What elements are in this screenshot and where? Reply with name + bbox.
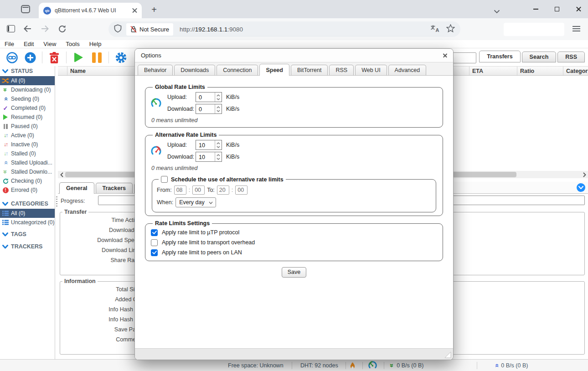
sidebar-item-completed[interactable]: ✓ Completed (0) (0, 103, 55, 113)
new-tab-button[interactable]: + (148, 3, 160, 16)
options-gear-icon[interactable] (114, 51, 127, 64)
scroll-left-icon[interactable] (58, 171, 65, 178)
pause-icon[interactable] (90, 51, 103, 64)
add-torrent-link-icon[interactable] (5, 51, 18, 64)
overhead-rate-limit-option[interactable]: Apply rate limit to transport overhead (151, 237, 437, 247)
tab-rss-options[interactable]: RSS (329, 65, 354, 75)
schedule-checkbox[interactable] (161, 176, 168, 183)
sidebar-item-paused[interactable]: Paused (0) (0, 122, 55, 131)
alt-upload-limit-input[interactable]: 10 (196, 140, 222, 150)
menu-view[interactable]: View (43, 41, 56, 47)
tab-rss[interactable]: RSS (557, 52, 585, 62)
to-minute-input[interactable]: 00 (235, 186, 248, 195)
menu-tools[interactable]: Tools (66, 41, 79, 47)
categories-section-header[interactable]: CATEGORIES (0, 199, 55, 209)
tab-trackers[interactable]: Trackers (96, 183, 133, 193)
tab-speed[interactable]: Speed (259, 64, 289, 76)
speed-gauge-icon[interactable] (368, 360, 377, 371)
sidebar-item-inactive[interactable]: ↓↑ Inactive (0) (0, 140, 55, 149)
extension-area[interactable] (504, 23, 564, 36)
tab-behavior[interactable]: Behavior (138, 65, 173, 75)
sidebar-item-stalled-downloading[interactable]: » Stalled Downlo... (0, 167, 55, 176)
column-category[interactable]: Category (563, 67, 588, 75)
when-select[interactable]: Every day (175, 197, 216, 207)
delete-icon[interactable] (48, 51, 61, 64)
menu-edit[interactable]: Edit (24, 41, 34, 47)
tab-transfers[interactable]: Transfers (479, 51, 520, 62)
upload-rate-status[interactable]: » 0 B/s (0 B) (495, 360, 528, 371)
spinner-buttons[interactable] (215, 140, 222, 149)
save-button[interactable]: Save (282, 267, 307, 278)
alt-download-limit-input[interactable]: 10 (196, 152, 222, 162)
side-panel-icon[interactable] (7, 25, 15, 32)
tab-group-icon[interactable] (21, 5, 30, 13)
forward-icon[interactable] (40, 24, 50, 35)
column-status-icon[interactable] (58, 67, 67, 75)
sidebar-splitter[interactable] (55, 66, 58, 359)
menu-help[interactable]: Help (89, 41, 102, 47)
sidebar-item-all[interactable]: All (0) (0, 76, 55, 85)
dialog-close-button[interactable] (443, 52, 447, 59)
browser-menu-icon[interactable] (573, 26, 580, 32)
browser-tab[interactable]: qb qBittorrent v4.6.7 Web UI (39, 3, 142, 18)
not-secure-chip[interactable]: Not Secure (126, 23, 173, 36)
tab-advanced[interactable]: Advanced (388, 65, 427, 75)
tags-section-header[interactable]: TAGS (0, 229, 55, 239)
resume-icon[interactable] (72, 51, 85, 64)
sidebar-item-downloading[interactable]: » Downloading (0) (0, 85, 55, 94)
spinner-buttons[interactable] (215, 104, 222, 113)
tab-general[interactable]: General (59, 182, 94, 194)
overhead-checkbox[interactable] (151, 239, 158, 246)
download-rate-status[interactable]: » 0 B/s (0 B) (390, 360, 423, 371)
window-minimize-button[interactable] (525, 0, 546, 18)
from-hour-input[interactable]: 08 (174, 186, 186, 195)
global-upload-limit-input[interactable]: 0 (196, 92, 222, 102)
bookmark-star-icon[interactable] (446, 24, 455, 34)
utp-rate-limit-option[interactable]: Apply rate limit to µTP protocol (151, 227, 437, 237)
window-maximize-button[interactable] (547, 0, 567, 18)
lan-rate-limit-option[interactable]: Apply rate limit to peers on LAN (151, 247, 437, 258)
sidebar-item-checking[interactable]: Checking (0) (0, 176, 55, 186)
tab-search[interactable]: Search (522, 52, 557, 62)
tab-downloads[interactable]: Downloads (174, 65, 215, 75)
alt-speed-flame-icon[interactable] (350, 360, 356, 371)
sidebar-category-all[interactable]: All (0) (0, 209, 55, 218)
sidebar-item-active[interactable]: ↓↑ Active (0) (0, 131, 55, 140)
trackers-section-header[interactable]: TRACKERS (0, 242, 55, 252)
tab-webui[interactable]: Web UI (355, 65, 387, 75)
column-eta[interactable]: ETA (469, 67, 517, 75)
status-section-header[interactable]: STATUS (0, 66, 55, 76)
utp-checkbox[interactable] (151, 229, 158, 236)
options-dialog-titlebar[interactable]: Options (135, 49, 453, 62)
spinner-buttons[interactable] (215, 152, 222, 161)
from-minute-input[interactable]: 00 (192, 186, 205, 195)
global-download-limit-input[interactable]: 0 (196, 104, 222, 114)
menu-file[interactable]: File (5, 41, 14, 47)
sidebar-item-seeding[interactable]: » Seeding (0) (0, 94, 55, 103)
dht-status[interactable]: DHT: 92 nodes (300, 360, 338, 371)
sidebar-category-uncategorized[interactable]: Uncategorized (0) (0, 218, 55, 227)
lan-checkbox[interactable] (151, 249, 158, 256)
tab-close-icon[interactable] (132, 8, 137, 13)
shield-icon[interactable] (114, 24, 122, 35)
collapse-panel-icon[interactable] (577, 183, 585, 192)
sidebar-item-stalled[interactable]: ↓↑ Stalled (0) (0, 149, 55, 158)
tab-bittorrent[interactable]: BitTorrent (291, 65, 328, 75)
sidebar-item-resumed[interactable]: Resumed (0) (0, 113, 55, 122)
url-text[interactable]: http://192.168.1.1:9080 (180, 26, 243, 33)
spinner-buttons[interactable] (215, 93, 222, 102)
translate-icon[interactable]: A (430, 25, 440, 34)
to-hour-input[interactable]: 20 (217, 186, 229, 195)
tab-connection[interactable]: Connection (217, 65, 258, 75)
column-ratio[interactable]: Ratio (517, 67, 563, 75)
address-bar[interactable]: Not Secure http://192.168.1.1:9080 A (108, 21, 460, 37)
resize-handle-icon[interactable] (444, 351, 451, 358)
refresh-icon[interactable] (58, 25, 67, 35)
back-icon[interactable] (23, 24, 32, 35)
add-torrent-file-icon[interactable] (24, 51, 36, 64)
scroll-right-icon[interactable] (581, 171, 588, 178)
sidebar-item-stalled-uploading[interactable]: » Stalled Uploadi... (0, 158, 55, 167)
window-close-button[interactable] (568, 0, 588, 18)
tab-search-chevron-icon[interactable] (494, 7, 500, 15)
sidebar-item-errored[interactable]: ! Errored (0) (0, 186, 55, 195)
